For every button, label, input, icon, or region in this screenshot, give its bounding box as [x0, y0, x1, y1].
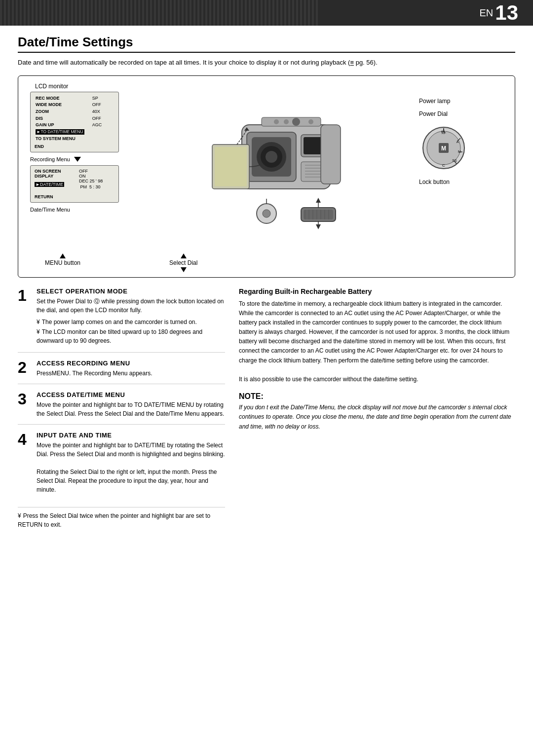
- step-2-content: ACCESS RECORDING MENU PressMENU. The Rec…: [37, 360, 152, 378]
- lcd-row: ZOOM40X: [35, 108, 114, 115]
- svg-point-5: [266, 151, 277, 163]
- svg-point-24: [263, 210, 270, 217]
- camcorder-area: [153, 83, 419, 251]
- lcd-cell: ON SCREEN: [35, 169, 79, 174]
- lcd-return-label: RETURN: [35, 194, 114, 199]
- menu-button-label: MENU button: [45, 259, 80, 266]
- step-3-title: ACCESS DATE/TIME MENU: [37, 391, 225, 398]
- lcd-row-highlighted: ►TO DATE/TIME MENU: [35, 129, 114, 136]
- step-3-content: ACCESS DATE/TIME MENU Move the pointer a…: [37, 391, 225, 418]
- lcd-cell: DEC 25 ' 98 PM 5 : 30: [79, 179, 114, 190]
- svg-point-15: [274, 119, 279, 124]
- step-3-text: Move the pointer and highlight bar to TO…: [37, 400, 225, 418]
- lcd-cell-highlighted: ►DATE/TIME: [35, 179, 79, 190]
- lcd-area: LCD monitor REC MODESP WIDE MODEOFF ZOOM…: [25, 83, 153, 213]
- step-3: 3 ACCESS DATE/TIME MENU Move the pointer…: [18, 391, 225, 425]
- svg-marker-39: [316, 224, 321, 229]
- note-section: NOTE: If you don t exit the Date/Time Me…: [239, 392, 515, 432]
- diagram-box: LCD monitor REC MODESP WIDE MODEOFF ZOOM…: [18, 75, 515, 278]
- steps-left: 1 SELECT OPERATION MODE Set the Power Di…: [18, 288, 225, 530]
- note-text: If you don t exit the Date/Time Menu, th…: [239, 403, 515, 432]
- lcd-row: DISOFF: [35, 115, 114, 122]
- rechargeable-battery-text: To store the date/time in memory, a rech…: [239, 299, 515, 385]
- lcd-cell: 40X: [91, 108, 114, 115]
- recording-menu-text: Recording Menu: [30, 156, 70, 162]
- page-number: 13: [495, 2, 518, 23]
- datetime-menu-label: Date/Time Menu: [30, 207, 153, 213]
- lcd-table-2: ON SCREENOFF DISPLAYON ►DATE/TIME DEC 25…: [35, 169, 114, 190]
- steps-right: Regarding Built-in Rechargeable Battery …: [239, 288, 515, 530]
- last-bullets: Press the Select Dial twice when the poi…: [18, 507, 225, 529]
- svg-text:M: M: [441, 145, 446, 152]
- step-1-bullet-2: The LCD monitor can be tilted upward up …: [37, 327, 225, 345]
- lcd-row: WIDE MODEOFF: [35, 102, 114, 108]
- lcd-cell: DISPLAY: [35, 174, 79, 179]
- step-1: 1 SELECT OPERATION MODE Set the Power Di…: [18, 288, 225, 353]
- lcd-row: DISPLAYON: [35, 174, 114, 179]
- lcd-cell: DIS: [35, 115, 91, 122]
- menu-button-arrow-up: [60, 253, 66, 258]
- svg-point-16: [284, 119, 289, 124]
- step-2: 2 ACCESS RECORDING MENU PressMENU. The R…: [18, 360, 225, 384]
- step-3-number: 3: [18, 391, 33, 418]
- lcd-monitor-label: LCD monitor: [35, 83, 153, 90]
- lcd-cell: OFF: [79, 169, 114, 174]
- select-dial-label: Select Dial: [169, 259, 197, 266]
- step-1-title: SELECT OPERATION MODE: [37, 288, 225, 295]
- header-bar: EN 13: [0, 0, 533, 26]
- lcd-cell: ZOOM: [35, 108, 91, 115]
- lcd-end-label: END: [35, 144, 114, 149]
- svg-rect-21: [215, 147, 247, 186]
- steps-section: 1 SELECT OPERATION MODE Set the Power Di…: [18, 288, 515, 530]
- intro-text: Date and time will automatically be reco…: [18, 58, 515, 68]
- select-dial-arrow-up: [181, 253, 187, 258]
- lcd-row: REC MODESP: [35, 95, 114, 102]
- step-1-bullets: The power lamp comes on and the camcorde…: [37, 318, 225, 345]
- svg-point-18: [308, 119, 313, 124]
- lcd-row: TO SYSTEM MENU: [35, 136, 114, 143]
- note-title: NOTE:: [239, 392, 515, 401]
- right-labels-area: Power lamp Power Dial PL AY A M SS C: [419, 83, 508, 187]
- step-2-title: ACCESS RECORDING MENU: [37, 360, 152, 367]
- lcd-cell: OFF: [91, 102, 114, 108]
- step-4-number: 4: [18, 432, 33, 494]
- lcd-cell: WIDE MODE: [35, 102, 91, 108]
- step-4-title: INPUT DATE AND TIME: [37, 432, 225, 439]
- step-1-number: 1: [18, 288, 33, 346]
- step-1-content: SELECT OPERATION MODE Set the Power Dial…: [37, 288, 225, 346]
- lcd-row: ON SCREENOFF: [35, 169, 114, 174]
- arrow-down-icon: [74, 157, 81, 162]
- step-1-text: Set the Power Dial to Ⓠ while pressing d…: [37, 297, 225, 315]
- svg-marker-37: [316, 198, 321, 203]
- power-dial-label: Power Dial: [419, 110, 448, 117]
- select-dial-label-area: Select Dial: [169, 253, 197, 272]
- step-4-content: INPUT DATE AND TIME Move the pointer and…: [37, 432, 225, 494]
- lcd-cell: ON: [79, 174, 114, 179]
- step-1-bullet-1: The power lamp comes on and the camcorde…: [37, 318, 225, 326]
- recording-menu-label: Recording Menu: [30, 156, 153, 162]
- lcd-cell: AGC: [91, 122, 114, 129]
- lcd-cell-highlighted: ►TO DATE/TIME MENU: [35, 129, 114, 136]
- bottom-labels-row: MENU button Select Dial: [25, 253, 508, 272]
- lock-button-label: Lock button: [419, 179, 450, 185]
- diagram-inner: LCD monitor REC MODESP WIDE MODEOFF ZOOM…: [25, 83, 508, 251]
- power-dial-text: Power Dial: [419, 110, 448, 117]
- lock-button-text: Lock button: [419, 179, 450, 185]
- menu-button-label-area: MENU button: [45, 253, 80, 272]
- lcd-cell: TO SYSTEM MENU: [35, 136, 114, 143]
- rechargeable-battery-title: Regarding Built-in Rechargeable Battery: [239, 288, 515, 295]
- svg-text:C: C: [442, 163, 445, 168]
- svg-point-17: [292, 118, 300, 126]
- step-2-text: PressMENU. The Recording Menu appears.: [37, 369, 152, 378]
- en-label: EN: [479, 7, 493, 19]
- step-4-text: Move the pointer and highlight bar to DA…: [37, 441, 225, 494]
- lcd-cell: OFF: [91, 115, 114, 122]
- main-content: Date/Time Settings Date and time will au…: [0, 26, 533, 539]
- step-4: 4 INPUT DATE AND TIME Move the pointer a…: [18, 432, 225, 500]
- step-2-number: 2: [18, 360, 33, 378]
- power-lamp-label: Power lamp: [419, 98, 450, 105]
- lcd-cell: GAIN UP: [35, 122, 91, 129]
- lcd-row: GAIN UPAGC: [35, 122, 114, 129]
- lcd-row-highlighted: ►DATE/TIME DEC 25 ' 98 PM 5 : 30: [35, 179, 114, 190]
- lcd-cell: SP: [91, 95, 114, 102]
